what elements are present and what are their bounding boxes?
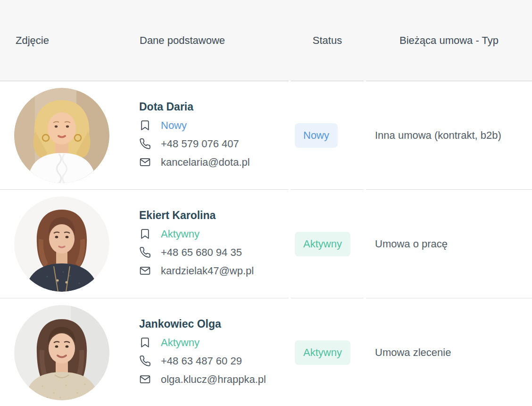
cell-basic-data: Jankowiec Olga Aktywny +48 63 487 60 29 [0, 298, 289, 406]
phone-icon [139, 355, 151, 367]
employee-info: Dota Daria Nowy +48 579 076 407 [139, 99, 250, 171]
header-cell-status: Status [291, 0, 364, 81]
phone-icon [139, 138, 151, 150]
status-badge: Aktywny [295, 232, 350, 256]
employee-row[interactable]: Dota Daria Nowy +48 579 076 407 [0, 81, 532, 190]
status-link[interactable]: Nowy [161, 119, 187, 132]
contract-type: Inna umowa (kontrakt, b2b) [375, 129, 501, 142]
email-address: olga.klucz@hrappka.pl [161, 373, 266, 386]
status-line: Nowy [139, 116, 250, 135]
avatar-photo [14, 88, 109, 183]
status-badge: Aktywny [295, 340, 350, 365]
cell-status: Nowy [291, 81, 364, 190]
phone-line: +48 579 076 407 [139, 135, 250, 153]
status-link[interactable]: Aktywny [161, 337, 200, 349]
status-line: Aktywny [139, 333, 266, 352]
status-link[interactable]: Aktywny [161, 228, 200, 240]
bookmark-icon [139, 337, 151, 348]
employee-name: Dota Daria [139, 99, 250, 114]
phone-number: +48 65 680 94 35 [161, 246, 242, 259]
contract-type: Umowa o pracę [375, 238, 448, 250]
status-line: Aktywny [139, 225, 254, 243]
phone-number: +48 63 487 60 29 [161, 355, 242, 367]
cell-basic-data: Ekiert Karolina Aktywny +48 65 680 94 35 [0, 190, 289, 298]
bookmark-icon [139, 119, 151, 131]
avatar[interactable] [14, 88, 109, 183]
employee-table: Zdjęcie Dane podstawowe Status Bieżąca u… [0, 0, 532, 406]
column-header-status[interactable]: Status [313, 34, 342, 47]
employee-name: Jankowiec Olga [139, 316, 266, 331]
email-address: kardzielak47@wp.pl [161, 265, 254, 277]
employee-row[interactable]: Ekiert Karolina Aktywny +48 65 680 94 35 [0, 190, 532, 298]
contract-type: Umowa zlecenie [375, 347, 451, 359]
cell-status: Aktywny [291, 298, 364, 406]
table-header: Zdjęcie Dane podstawowe Status Bieżąca u… [0, 0, 532, 81]
employee-name: Ekiert Karolina [139, 208, 254, 223]
bookmark-icon [139, 228, 151, 240]
header-cell-main: Zdjęcie Dane podstawowe [0, 0, 289, 81]
phone-line: +48 63 487 60 29 [139, 352, 266, 370]
phone-line: +48 65 680 94 35 [139, 243, 254, 262]
column-header-photo[interactable]: Zdjęcie [16, 34, 49, 47]
avatar[interactable] [14, 305, 109, 400]
cell-contract-type: Umowa o pracę [366, 190, 532, 298]
email-line: kancelaria@dota.pl [139, 153, 250, 171]
mail-icon [139, 373, 151, 385]
employee-row[interactable]: Jankowiec Olga Aktywny +48 63 487 60 29 [0, 298, 532, 406]
cell-contract-type: Inna umowa (kontrakt, b2b) [366, 81, 532, 190]
email-address: kancelaria@dota.pl [161, 156, 250, 169]
cell-contract-type: Umowa zlecenie [366, 298, 532, 406]
column-header-basic-data[interactable]: Dane podstawowe [140, 34, 225, 47]
cell-basic-data: Dota Daria Nowy +48 579 076 407 [0, 81, 289, 190]
employee-info: Jankowiec Olga Aktywny +48 63 487 60 29 [139, 316, 266, 389]
phone-icon [139, 246, 151, 258]
email-line: olga.klucz@hrappka.pl [139, 370, 266, 389]
header-cell-contract: Bieżąca umowa - Typ [366, 0, 532, 81]
avatar-photo [14, 196, 109, 292]
phone-number: +48 579 076 407 [161, 138, 239, 150]
mail-icon [139, 265, 151, 277]
employee-info: Ekiert Karolina Aktywny +48 65 680 94 35 [139, 208, 254, 280]
email-line: kardzielak47@wp.pl [139, 262, 254, 280]
status-badge: Nowy [295, 123, 338, 148]
avatar-photo [14, 305, 109, 400]
column-header-contract-type[interactable]: Bieżąca umowa - Typ [399, 34, 499, 47]
mail-icon [139, 156, 151, 168]
avatar[interactable] [14, 196, 109, 292]
cell-status: Aktywny [291, 190, 364, 298]
